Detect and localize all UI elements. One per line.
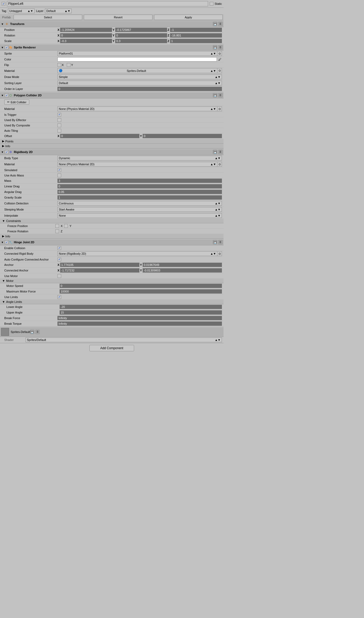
points-header[interactable]: ▶ Points: [0, 139, 224, 144]
polygon-collider-save-icon[interactable]: 💾: [213, 93, 217, 97]
sprite-renderer-enabled[interactable]: [5, 46, 9, 49]
connected-rigidbody-dropdown[interactable]: None (Rigidbody 2D)▲▼: [57, 251, 217, 256]
enable-collision-checkbox[interactable]: [57, 246, 61, 250]
linear-drag-input[interactable]: [57, 184, 222, 188]
position-z-input[interactable]: [170, 28, 222, 32]
static-checkbox[interactable]: [210, 2, 213, 6]
prefab-apply-button[interactable]: Apply: [154, 15, 223, 20]
connected-rigidbody-btn[interactable]: ⊙: [217, 251, 222, 256]
hinge-joint-enabled[interactable]: [5, 240, 9, 244]
use-auto-mass-checkbox[interactable]: [57, 174, 61, 177]
rotation-x-input[interactable]: [60, 33, 112, 38]
polygon-info-header[interactable]: ▶ Info: [0, 144, 224, 149]
rigidbody-icon: ⚙: [9, 150, 13, 154]
rigidbody-info-header[interactable]: ▶ Info: [0, 234, 224, 239]
sleeping-mode-dropdown[interactable]: Start Awake▲▼: [57, 207, 222, 212]
sprite-renderer-save-icon[interactable]: 💾: [213, 45, 217, 50]
sprite-renderer-settings-icon[interactable]: ☰: [218, 45, 222, 50]
prefab-select-button[interactable]: Select: [14, 15, 82, 20]
anchor-x-input[interactable]: [60, 263, 139, 267]
position-y-input[interactable]: [115, 28, 167, 32]
rigidbody-material-btn[interactable]: ⊙: [217, 162, 222, 167]
break-torque-input[interactable]: [57, 322, 222, 326]
used-by-effector-checkbox[interactable]: [57, 118, 61, 122]
rigidbody-enabled[interactable]: [5, 150, 9, 154]
used-by-composite-checkbox[interactable]: [57, 123, 61, 127]
rigidbody-header[interactable]: ▼ ⚙ Rigidbody 2D 💾 ☰: [0, 149, 224, 155]
order-in-layer-input[interactable]: [57, 87, 222, 91]
interpolate-dropdown[interactable]: None▲▼: [57, 213, 222, 218]
sprites-default-save-icon[interactable]: 💾: [30, 330, 34, 334]
transform-section-header[interactable]: ▼ ✛ Transform 💾 ☰: [0, 21, 224, 27]
polygon-collider-settings-icon[interactable]: ☰: [218, 93, 222, 97]
position-x-input[interactable]: [60, 28, 112, 32]
rigidbody-save-icon[interactable]: 💾: [213, 150, 217, 154]
scale-y-input[interactable]: [115, 39, 167, 43]
hinge-joint-header[interactable]: ▼ 🔧 Hinge Joint 2D 💾 ☰: [0, 239, 224, 245]
transform-settings-icon[interactable]: ☰: [218, 22, 222, 26]
rigidbody-settings-icon[interactable]: ☰: [218, 150, 222, 154]
is-trigger-checkbox[interactable]: [57, 113, 61, 117]
break-force-input[interactable]: [57, 316, 222, 320]
lower-angle-input[interactable]: [60, 305, 222, 309]
sorting-layer-dropdown[interactable]: Default▲▼: [57, 81, 222, 85]
sprite-material-dropdown[interactable]: 🔵Sprites-Default▲▼: [57, 68, 217, 73]
rigidbody-material-dropdown[interactable]: None (Physics Material 2D)▲▼: [57, 162, 217, 167]
anchor-y-input[interactable]: [143, 263, 222, 267]
upper-angle-input[interactable]: [60, 310, 222, 315]
motor-header[interactable]: ▼ Motor: [0, 279, 224, 283]
angular-drag-input[interactable]: [57, 190, 222, 194]
flip-x-checkbox[interactable]: [57, 63, 61, 67]
gameobject-enabled-checkbox[interactable]: [2, 2, 5, 6]
shader-dropdown[interactable]: Sprites/Default▲▼: [26, 337, 222, 342]
polygon-material-circle-btn[interactable]: ⊙: [217, 106, 222, 111]
freeze-position-y-checkbox[interactable]: [64, 224, 68, 228]
sprites-default-header[interactable]: Sprites-Default 💾 ☰: [0, 327, 224, 337]
simulated-checkbox[interactable]: [57, 168, 61, 172]
sprite-renderer-header[interactable]: ▼ 🎨 Sprite Renderer 💾 ☰: [0, 44, 224, 51]
polygon-collider-header[interactable]: ▼ ⬡ Polygon Collider 2D 💾 ☰: [0, 92, 224, 98]
body-type-dropdown[interactable]: Dynamic▲▼: [57, 156, 222, 160]
sprite-material-circle-btn[interactable]: ⊙: [217, 68, 222, 73]
mass-input[interactable]: [57, 179, 222, 183]
edit-collider-button[interactable]: ✏ Edit Collider: [4, 100, 29, 105]
freeze-position-x-checkbox[interactable]: [55, 224, 59, 228]
draw-mode-dropdown[interactable]: Simple▲▼: [57, 75, 222, 79]
rotation-y-input[interactable]: [115, 33, 167, 38]
tag-dropdown[interactable]: Untagged▲▼: [8, 9, 35, 13]
scale-z-input[interactable]: [170, 39, 222, 43]
color-field[interactable]: [57, 57, 217, 61]
angle-limits-header[interactable]: ▼ Angle Limits: [0, 300, 224, 304]
sprite-circle-btn[interactable]: ⊙: [217, 51, 222, 56]
rotation-z-input[interactable]: [170, 33, 222, 38]
max-motor-force-input[interactable]: [60, 289, 222, 294]
offset-y-input[interactable]: [143, 134, 222, 138]
collision-detection-dropdown[interactable]: Continuous▲▼: [57, 201, 222, 206]
auto-tiling-checkbox[interactable]: [57, 129, 61, 133]
connected-anchor-x-input[interactable]: [60, 268, 139, 273]
polygon-material-dropdown[interactable]: None (Physics Material 2D)▲▼: [57, 106, 217, 111]
auto-configure-checkbox[interactable]: [57, 258, 61, 261]
scale-x-input[interactable]: [60, 39, 112, 43]
polygon-collider-enabled[interactable]: [5, 93, 9, 97]
gravity-scale-input[interactable]: [57, 195, 222, 200]
freeze-rotation-z-checkbox[interactable]: [55, 229, 59, 233]
motor-speed-input[interactable]: [60, 284, 222, 288]
transform-save-icon[interactable]: 💾: [213, 22, 217, 26]
hinge-joint-save-icon[interactable]: 💾: [213, 240, 217, 244]
constraints-header[interactable]: ▼ Constraints: [0, 219, 224, 223]
sprites-default-settings-icon[interactable]: ☰: [35, 330, 40, 334]
offset-x-input[interactable]: [60, 134, 139, 138]
freeze-position-row: Freeze Position X Y: [0, 223, 224, 229]
add-component-button[interactable]: Add Component: [89, 345, 134, 351]
eyedropper-icon[interactable]: 🖊: [218, 58, 222, 61]
flip-y-checkbox[interactable]: [67, 63, 71, 67]
gameobject-name-input[interactable]: [7, 1, 208, 6]
hinge-joint-settings-icon[interactable]: ☰: [218, 240, 222, 244]
use-motor-checkbox[interactable]: [57, 274, 61, 278]
sprite-dropdown[interactable]: Platform01▲▼: [57, 51, 217, 56]
use-limits-checkbox[interactable]: [57, 295, 61, 299]
prefab-revert-button[interactable]: Revert: [84, 15, 152, 20]
layer-dropdown[interactable]: Default▲▼: [45, 9, 72, 13]
connected-anchor-y-input[interactable]: [143, 268, 222, 273]
